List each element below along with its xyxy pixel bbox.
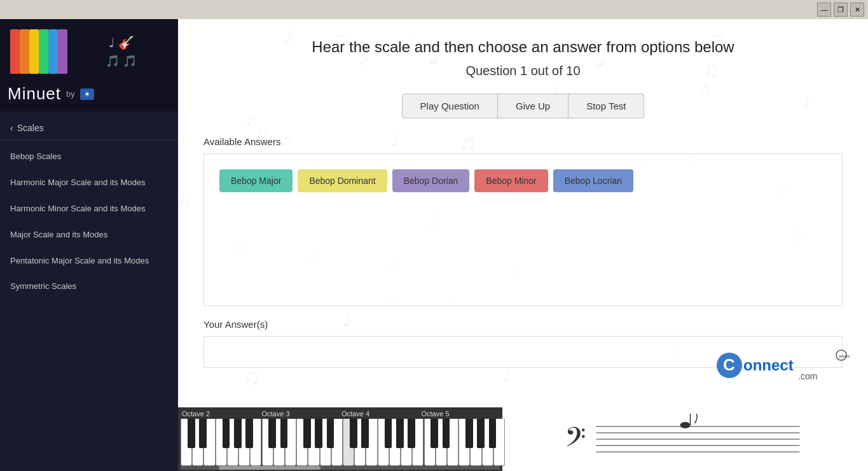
black-key[interactable] <box>223 419 230 448</box>
logo-key-yellow <box>29 29 39 74</box>
octave-label: Octave 3 <box>261 410 341 418</box>
your-answers-section: Your Answer(s) <box>203 319 843 368</box>
black-key[interactable] <box>465 419 473 448</box>
answer-button-bebop-locrian[interactable]: Bebop Locrian <box>553 169 633 192</box>
app-title-row: Minuet by ✶ <box>0 84 178 111</box>
header-icons: ♩ 🎸 🎵 🎵 <box>75 35 168 68</box>
answer-button-bebop-major[interactable]: Bebop Major <box>219 169 293 192</box>
logo-key-blue <box>48 29 58 74</box>
black-key[interactable] <box>385 419 392 448</box>
close-button[interactable]: ✕ <box>850 3 864 17</box>
octave-label: Octave 2 <box>181 410 261 418</box>
answer-button-bebop-dorian[interactable]: Bebop Dorian <box>392 169 470 192</box>
sidebar-item-harmonic-minor[interactable]: Harmonic Minor Scale and its Modes <box>0 196 178 222</box>
black-key[interactable] <box>443 419 450 448</box>
sidebar: ♩ 🎸 🎵 🎵 Minuet by ✶ ‹ Scales Bebop Scale… <box>0 19 178 471</box>
black-key[interactable] <box>327 419 334 448</box>
action-buttons-row: Play Question Give Up Stop Test <box>203 94 843 118</box>
kde-icon: ✶ <box>84 90 90 99</box>
sidebar-nav: ‹ Scales Bebop ScalesHarmonic Major Scal… <box>0 111 178 471</box>
black-key[interactable] <box>303 419 311 448</box>
minimize-button[interactable]: — <box>817 3 831 17</box>
black-key[interactable] <box>199 419 207 448</box>
your-answers-panel <box>203 336 843 368</box>
by-text: by <box>66 89 75 99</box>
sidebar-item-major-modes[interactable]: Major Scale and its Modes <box>0 222 178 248</box>
keyboard-scroll-thumb[interactable] <box>219 466 320 470</box>
main-content: ♩♪♫♬♩♪♫♬♩♪♫♬♩♪♫♬♩♪♫♬♩♪♫♬♩♪♫♬♩♪♫♬♩♪♫♬♩♪♫♬… <box>178 19 868 471</box>
guitar-icon: 🎵 🎵 <box>106 54 137 68</box>
music-note-icon: ♩ 🎸 <box>109 35 134 50</box>
app-logo <box>10 29 67 74</box>
staff-svg: 𝄢 <box>515 414 855 465</box>
logo-key-purple <box>58 29 67 74</box>
back-label: Scales <box>17 123 44 133</box>
sidebar-back-button[interactable]: ‹ Scales <box>0 116 178 140</box>
sidebar-item-bebop-scales[interactable]: Bebop Scales <box>0 144 178 170</box>
sidebar-item-harmonic-major[interactable]: Harmonic Major Scale and its Modes <box>0 170 178 196</box>
give-up-button[interactable]: Give Up <box>498 94 568 118</box>
black-key[interactable] <box>188 419 195 448</box>
svg-point-12 <box>680 422 691 428</box>
title-bar: — ❐ ✕ <box>0 0 868 19</box>
sidebar-item-symmetric[interactable]: Symmetric Scales <box>0 274 178 300</box>
answer-buttons-container: Bebop MajorBebop DominantBebop DorianBeb… <box>219 169 827 192</box>
available-answers-label: Available Answers <box>203 136 843 147</box>
black-key[interactable] <box>396 419 404 448</box>
logo-key-green <box>39 29 48 74</box>
logo-piano-keys <box>10 29 67 74</box>
piano-area: Octave 2Octave 3Octave 4Octave 5 𝄢 <box>178 407 868 471</box>
sidebar-item-pentatonic-major[interactable]: Pentatonic Major Scale and its Modes <box>0 248 178 274</box>
answer-button-bebop-minor[interactable]: Bebop Minor <box>474 169 548 192</box>
octave-label: Octave 5 <box>420 410 500 418</box>
piano-keys-row <box>181 419 500 466</box>
app-body: ♩ 🎸 🎵 🎵 Minuet by ✶ ‹ Scales Bebop Scale… <box>0 19 868 471</box>
logo-key-orange <box>20 29 29 74</box>
main-title: Hear the scale and then choose an answer… <box>203 38 843 56</box>
black-key[interactable] <box>431 419 438 448</box>
question-counter: Question 1 out of 10 <box>203 64 843 78</box>
sidebar-header: ♩ 🎸 🎵 🎵 <box>0 19 178 84</box>
play-question-button[interactable]: Play Question <box>402 94 498 118</box>
octave-labels-row: Octave 2Octave 3Octave 4Octave 5 <box>181 410 500 419</box>
black-key[interactable] <box>280 419 288 448</box>
back-chevron-icon: ‹ <box>10 123 13 133</box>
available-answers-panel: Bebop MajorBebop DominantBebop DorianBeb… <box>203 153 843 306</box>
black-key[interactable] <box>361 419 369 448</box>
your-answers-label: Your Answer(s) <box>203 319 843 330</box>
octave-label: Octave 4 <box>340 410 420 418</box>
kde-badge: ✶ <box>80 88 94 100</box>
black-key[interactable] <box>477 419 485 448</box>
logo-key-red <box>10 29 20 74</box>
black-key[interactable] <box>234 419 242 448</box>
stop-test-button[interactable]: Stop Test <box>568 94 644 118</box>
black-key[interactable] <box>315 419 322 448</box>
content-area: Hear the scale and then choose an answer… <box>178 19 868 407</box>
maximize-button[interactable]: ❐ <box>834 3 848 17</box>
staff-area: 𝄢 <box>502 407 868 471</box>
keyboard-container: Octave 2Octave 3Octave 4Octave 5 <box>178 407 502 471</box>
app-name: Minuet <box>8 84 61 104</box>
svg-text:𝄢: 𝄢 <box>565 423 586 459</box>
keyboard-scrollbar[interactable] <box>181 466 500 470</box>
black-key[interactable] <box>489 419 497 448</box>
black-key[interactable] <box>350 419 357 448</box>
black-key[interactable] <box>268 419 276 448</box>
black-key[interactable] <box>408 419 415 448</box>
black-key[interactable] <box>245 419 253 448</box>
answer-button-bebop-dominant[interactable]: Bebop Dominant <box>298 169 387 192</box>
